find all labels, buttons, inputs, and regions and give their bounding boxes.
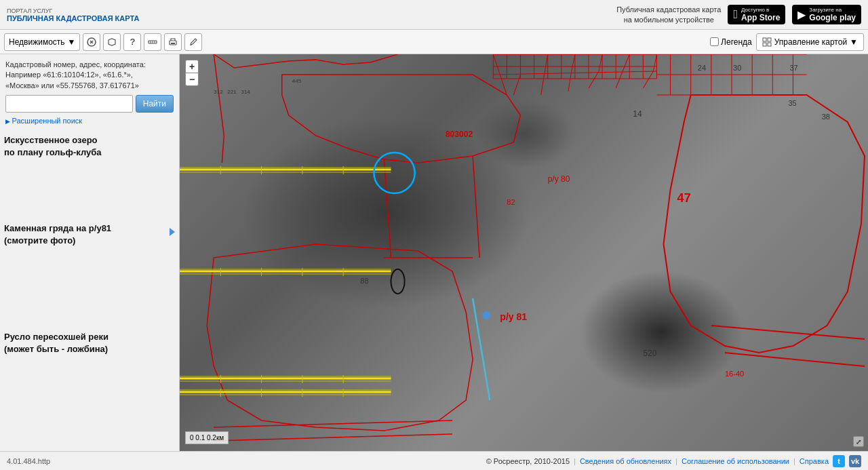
search-row: Найти <box>5 95 174 113</box>
footer: 4.01.484.http © Росреестр, 2010-2015 | С… <box>0 451 868 470</box>
vk-icon[interactable]: vk <box>849 455 861 467</box>
sidebar: Кадастровый номер, адрес, координата: На… <box>0 54 180 451</box>
svg-rect-11 <box>768 38 771 41</box>
twitter-icon[interactable]: t <box>833 455 845 467</box>
annotation-3-text: Русло пересохшей реки (может быть - ложб… <box>4 331 174 355</box>
scale-bar: 0 0.1 0.2км <box>185 431 229 444</box>
draw-button[interactable] <box>184 33 202 51</box>
portal-title: ПУБЛИЧНАЯ КАДАСТРОВАЯ КАРТА <box>7 14 139 22</box>
sidebar-search-label: Кадастровый номер, адрес, координата: На… <box>5 60 174 91</box>
zoom-controls[interactable]: + − <box>185 60 199 86</box>
footer-version: 4.01.484.http <box>7 457 50 465</box>
header-right: Публичная кадастровая карта на мобильном… <box>616 5 861 24</box>
googleplay-badge[interactable]: ▶ Загрузите на Google play <box>792 5 861 24</box>
main-content: Кадастровый номер, адрес, координата: На… <box>0 54 868 451</box>
help-link[interactable]: Справка <box>800 457 829 465</box>
info-button[interactable]: ? <box>123 33 141 51</box>
annotation-2-text: Каменная гряда на р/у81 (смотрите фото) <box>4 222 174 246</box>
print-button[interactable] <box>164 33 182 51</box>
legend-checkbox[interactable] <box>710 37 719 46</box>
toolbar-right: Легенда Управление картой ▼ <box>710 33 864 51</box>
portal-logo: ПОРТАЛ УСЛУГ ПУБЛИЧНАЯ КАДАСТРОВАЯ КАРТА <box>7 7 139 22</box>
expand-icon[interactable]: ⤢ <box>853 436 864 447</box>
svg-rect-13 <box>768 43 771 46</box>
property-type-dropdown[interactable]: Недвижимость ▼ <box>4 33 80 51</box>
annotation-1: Искусственное озеро по плану гольф-клуба <box>4 134 174 158</box>
zoom-in-button[interactable]: + <box>185 60 199 73</box>
advanced-search-link[interactable]: Расширенный поиск <box>5 117 174 125</box>
ruler-button[interactable] <box>144 33 161 51</box>
toolbar: Недвижимость ▼ ? Легенда Управление карт… <box>0 30 868 54</box>
annotation-3: Русло пересохшей реки (может быть - ложб… <box>4 331 174 355</box>
reset-button[interactable] <box>83 33 100 51</box>
chevron-right-icon <box>170 228 175 236</box>
manage-map-button[interactable]: Управление картой ▼ <box>756 33 864 51</box>
svg-rect-8 <box>171 43 175 44</box>
map-background <box>180 54 868 451</box>
legend-checkbox-label[interactable]: Легенда <box>710 37 752 47</box>
updates-link[interactable]: Сведения об обновлениях <box>580 457 671 465</box>
header: ПОРТАЛ УСЛУГ ПУБЛИЧНАЯ КАДАСТРОВАЯ КАРТА… <box>0 0 868 30</box>
agreement-link[interactable]: Соглашение об использовании <box>682 457 789 465</box>
search-input[interactable] <box>5 95 133 113</box>
portal-text: ПОРТАЛ УСЛУГ <box>7 7 139 14</box>
svg-rect-10 <box>763 38 766 41</box>
search-button[interactable]: Найти <box>136 95 174 113</box>
map-container[interactable]: 803002 р/у 80 р/у 81 47 14 82 520 88 24 … <box>180 54 868 451</box>
mobile-promo: Публичная кадастровая карта на мобильном… <box>616 5 721 24</box>
footer-right: © Росреестр, 2010-2015 | Сведения об обн… <box>486 455 861 467</box>
annotation-1-text: Искусственное озеро по плану гольф-клуба <box>4 134 174 158</box>
tools-button[interactable] <box>103 33 121 51</box>
appstore-badge[interactable]:  Доступно в App Store <box>728 5 785 24</box>
annotation-2: Каменная гряда на р/у81 (смотрите фото) <box>4 222 174 246</box>
header-left: ПОРТАЛ УСЛУГ ПУБЛИЧНАЯ КАДАСТРОВАЯ КАРТА <box>7 7 139 22</box>
zoom-out-button[interactable]: − <box>185 73 199 86</box>
svg-rect-12 <box>763 43 766 46</box>
